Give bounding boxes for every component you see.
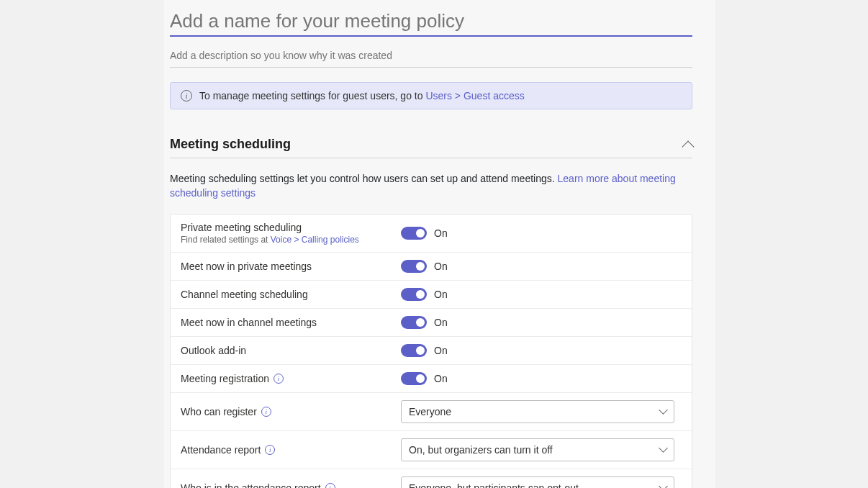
setting-label: Who can register xyxy=(181,406,257,417)
toggle-meeting-registration[interactable] xyxy=(401,372,427,385)
dropdown-attendance-report[interactable]: On, but organizers can turn it off xyxy=(401,438,674,461)
setting-label: Private meeting scheduling xyxy=(181,222,401,233)
toggle-state: On xyxy=(434,317,448,328)
setting-label: Channel meeting scheduling xyxy=(181,289,401,300)
dropdown-who-in-report[interactable]: Everyone, but participants can opt-out xyxy=(401,476,674,488)
setting-label: Outlook add-in xyxy=(181,345,401,356)
dropdown-value: On, but organizers can turn it off xyxy=(409,444,553,456)
setting-row-attendance-report: Attendance report i On, but organizers c… xyxy=(171,431,692,469)
setting-row-meet-now-channel: Meet now in channel meetings On xyxy=(171,309,692,337)
section-header-meeting-scheduling[interactable]: Meeting scheduling xyxy=(170,132,692,158)
toggle-meet-now-private[interactable] xyxy=(401,260,427,273)
setting-label: Attendance report xyxy=(181,444,261,456)
setting-sublabel: Find related settings at xyxy=(181,235,271,245)
info-icon[interactable]: i xyxy=(261,407,271,417)
policy-description-input[interactable] xyxy=(170,44,692,68)
setting-row-who-register: Who can register i Everyone xyxy=(171,393,692,431)
dropdown-value: Everyone xyxy=(409,406,451,417)
chevron-down-icon xyxy=(659,482,668,488)
toggle-state: On xyxy=(434,289,448,300)
guest-access-link[interactable]: Users > Guest access xyxy=(425,90,524,101)
setting-row-channel-scheduling: Channel meeting scheduling On xyxy=(171,281,692,309)
setting-label: Meet now in private meetings xyxy=(181,261,401,272)
toggle-channel-scheduling[interactable] xyxy=(401,288,427,301)
dropdown-value: Everyone, but participants can opt-out xyxy=(409,482,579,488)
section-description: Meeting scheduling settings let you cont… xyxy=(170,171,692,201)
toggle-private-meeting[interactable] xyxy=(401,227,427,240)
toggle-state: On xyxy=(434,261,448,272)
toggle-outlook-addin[interactable] xyxy=(401,344,427,357)
toggle-state: On xyxy=(434,373,448,384)
calling-policies-link[interactable]: Voice > Calling policies xyxy=(271,235,359,245)
chevron-up-icon xyxy=(682,140,695,153)
toggle-meet-now-channel[interactable] xyxy=(401,316,427,329)
toggle-state: On xyxy=(434,227,448,239)
chevron-down-icon xyxy=(659,405,668,415)
info-icon[interactable]: i xyxy=(325,483,335,488)
setting-row-outlook-addin: Outlook add-in On xyxy=(171,337,692,365)
chevron-down-icon xyxy=(659,443,668,453)
setting-row-meet-now-private: Meet now in private meetings On xyxy=(171,253,692,281)
policy-name-input[interactable] xyxy=(170,7,692,37)
setting-row-meeting-registration: Meeting registration i On xyxy=(171,365,692,393)
setting-row-private-meeting: Private meeting scheduling Find related … xyxy=(171,214,692,253)
info-icon: i xyxy=(181,90,192,101)
toggle-state: On xyxy=(434,345,448,356)
setting-label: Who is in the attendance report xyxy=(181,482,321,488)
setting-label: Meet now in channel meetings xyxy=(181,317,401,328)
settings-card: Private meeting scheduling Find related … xyxy=(170,214,692,488)
setting-row-who-in-report: Who is in the attendance report i Everyo… xyxy=(171,469,692,488)
info-icon[interactable]: i xyxy=(265,445,275,455)
section-title: Meeting scheduling xyxy=(170,137,291,152)
banner-text: To manage meeting settings for guest use… xyxy=(199,90,425,101)
setting-label: Meeting registration xyxy=(181,373,269,384)
info-icon[interactable]: i xyxy=(273,374,284,384)
info-banner: i To manage meeting settings for guest u… xyxy=(170,82,692,109)
dropdown-who-register[interactable]: Everyone xyxy=(401,400,674,423)
